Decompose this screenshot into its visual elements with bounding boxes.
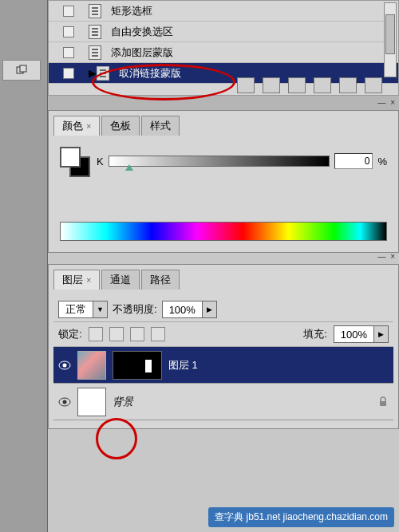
document-icon [97,66,109,81]
watermark: 查字典 jb51.net jiaocheng.chazidian.com [208,507,394,527]
channel-label: K [97,156,104,167]
spectrum-picker[interactable] [60,222,387,241]
layer-thumbnail[interactable] [77,351,106,380]
k-slider[interactable] [109,156,330,167]
action-label: 取消链接蒙版 [119,66,181,81]
blend-mode-dropdown[interactable]: 正常▼ [58,301,108,318]
layer-row[interactable]: 背景 [53,384,393,420]
minimize-icon[interactable]: — [377,98,385,107]
k-value-input[interactable] [334,153,373,169]
slider-thumb-icon[interactable] [125,164,133,171]
fill-label: 填充: [303,327,327,341]
tab-paths[interactable]: 路径 [141,270,180,290]
new-icon[interactable] [339,77,357,93]
checkbox-icon[interactable] [63,26,74,37]
checkbox-icon[interactable] [63,6,74,17]
layer-name[interactable]: 图层 1 [168,358,198,372]
dock-toggle[interactable] [2,60,41,81]
document-icon [89,4,101,18]
visibility-eye-icon[interactable] [58,397,71,407]
record-icon[interactable] [263,77,280,93]
trash-icon[interactable] [365,77,382,93]
chevron-right-icon[interactable]: ▶ [202,301,216,317]
svg-rect-1 [20,65,26,72]
foreground-swatch[interactable] [60,147,81,167]
play-icon[interactable] [288,77,306,93]
chevron-right-icon[interactable]: ▶ [373,326,388,342]
stop-icon[interactable] [237,77,255,93]
layer-thumbnail[interactable] [77,388,106,416]
layer-name[interactable]: 背景 [113,395,133,409]
checkbox-icon[interactable] [63,47,74,58]
color-panel: —× 颜色× 色板 样式 K % [48,110,399,253]
lock-paint-icon[interactable] [109,327,124,341]
svg-point-3 [63,363,67,367]
close-tab-icon[interactable]: × [86,275,91,285]
tab-styles[interactable]: 样式 [141,116,180,136]
tab-color[interactable]: 颜色× [53,116,100,136]
svg-rect-6 [380,401,386,406]
layers-panel: —× 图层× 通道 路径 正常▼ 不透明度: 100%▶ 锁定: 填充: 100… [48,264,399,429]
actions-panel: 矩形选框 自由变换选区 添加图层蒙版 ▶ 取消链接蒙版 [48,0,399,96]
unit-label: % [377,156,387,167]
opacity-input[interactable]: 100%▶ [162,301,217,318]
tab-layers[interactable]: 图层× [53,270,100,290]
lock-position-icon[interactable] [130,327,144,341]
layer-row-selected[interactable]: 图层 1 [53,347,393,384]
action-label: 矩形选框 [111,4,152,18]
document-icon [89,45,101,60]
scrollbar[interactable] [384,2,397,77]
close-icon[interactable]: × [390,252,395,261]
folder-icon[interactable] [314,77,331,93]
visibility-eye-icon[interactable] [58,361,71,370]
expand-arrow-icon[interactable]: ▶ [89,67,97,79]
fg-bg-swatches[interactable] [60,147,92,175]
chevron-down-icon[interactable]: ▼ [93,301,107,317]
svg-point-5 [63,400,67,404]
minimize-icon[interactable]: — [377,252,385,261]
action-label: 添加图层蒙版 [111,45,173,60]
action-item[interactable]: 自由变换选区 [49,22,398,42]
action-item[interactable]: 矩形选框 [49,1,398,22]
lock-label: 锁定: [58,327,82,341]
lock-all-icon[interactable] [151,327,165,341]
tab-channels[interactable]: 通道 [101,270,140,290]
close-icon[interactable]: × [390,98,395,107]
opacity-label: 不透明度: [113,302,157,317]
action-label: 自由变换选区 [111,25,173,39]
scrollbar-thumb[interactable] [385,14,395,54]
tab-swatches[interactable]: 色板 [101,116,140,136]
lock-icon [377,396,389,408]
layer-mask-thumbnail[interactable] [113,351,162,380]
fill-input[interactable]: 100%▶ [334,325,389,343]
action-item[interactable]: 添加图层蒙版 [49,42,398,63]
document-icon [89,25,101,39]
checkbox-icon[interactable] [63,68,74,79]
lock-transparency-icon[interactable] [89,327,103,341]
close-tab-icon[interactable]: × [86,121,91,131]
